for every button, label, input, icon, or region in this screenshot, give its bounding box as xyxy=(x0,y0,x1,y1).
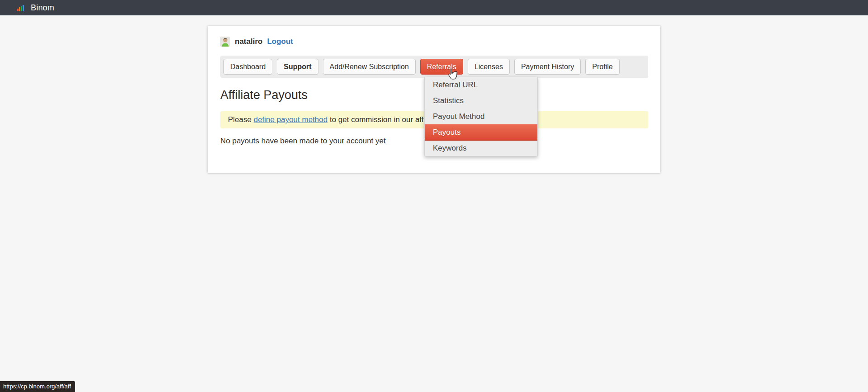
menu-item-referral-url[interactable]: Referral URL xyxy=(425,77,537,93)
logout-link[interactable]: Logout xyxy=(267,37,293,46)
brand-logo[interactable]: Binom xyxy=(17,3,54,13)
nav-referrals[interactable]: Referrals xyxy=(420,59,463,75)
nav-payment-history[interactable]: Payment History xyxy=(514,59,581,75)
define-payout-method-link[interactable]: define payout method xyxy=(254,115,328,124)
menu-item-statistics[interactable]: Statistics xyxy=(425,93,537,109)
notice-text-post: to get commission in our affilia xyxy=(327,115,433,124)
avatar xyxy=(220,37,230,47)
notice-text-pre: Please xyxy=(228,115,254,124)
nav-profile[interactable]: Profile xyxy=(585,59,619,75)
nav-add-renew-subscription[interactable]: Add/Renew Subscription xyxy=(323,59,416,75)
nav-dashboard[interactable]: Dashboard xyxy=(223,59,272,75)
brand-name: Binom xyxy=(31,3,54,13)
account-card: nataliro Logout Dashboard Support Add/Re… xyxy=(208,26,660,173)
username: nataliro xyxy=(235,37,262,46)
menu-item-keywords[interactable]: Keywords xyxy=(425,140,537,156)
bar-chart-logo-icon xyxy=(17,5,25,11)
user-row: nataliro Logout xyxy=(220,36,648,47)
main-nav: Dashboard Support Add/Renew Subscription… xyxy=(220,56,648,78)
link-preview-statusbar: https://cp.binom.org/aff/aff xyxy=(0,381,75,392)
referrals-dropdown-menu: Referral URL Statistics Payout Method Pa… xyxy=(424,77,538,156)
menu-item-payouts[interactable]: Payouts xyxy=(425,124,537,141)
nav-licenses[interactable]: Licenses xyxy=(468,59,510,75)
top-bar: Binom xyxy=(0,0,868,15)
nav-support[interactable]: Support xyxy=(277,59,318,75)
menu-item-payout-method[interactable]: Payout Method xyxy=(425,109,537,124)
